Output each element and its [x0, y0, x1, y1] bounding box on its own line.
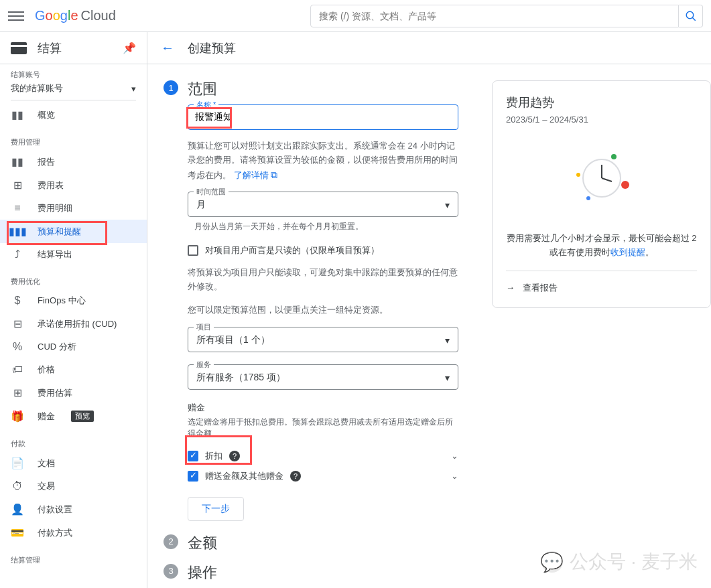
service-select[interactable]: 服务 所有服务（1785 项）▾ [188, 364, 458, 390]
discount-label: 折扣 [205, 450, 222, 462]
sidebar-item-付款方式[interactable]: 💳付款方式 [0, 521, 147, 544]
sidebar-item-label: 预算和提醒 [38, 226, 81, 238]
bars-icon: ▮▮ [11, 155, 24, 168]
page-header: ← 创建预算 [147, 32, 711, 64]
clock-icon [568, 145, 635, 212]
trend-card: 费用趋势 2023/5/1 – 2024/5/31 [492, 80, 711, 308]
step-1-number: 1 [164, 80, 178, 95]
person-icon: 👤 [11, 503, 24, 516]
sidebar-item-label: 承诺使用折扣 (CUD) [38, 318, 117, 330]
sidebar-item-预算和提醒[interactable]: ▮▮▮预算和提醒 [0, 220, 147, 243]
sidebar-item-CUD 分析[interactable]: %CUD 分析 [0, 336, 147, 358]
search-button[interactable] [679, 5, 703, 27]
sidebar-item-赠金[interactable]: 🎁赠金预览 [0, 405, 147, 428]
credits-label: 赠金 [188, 402, 458, 414]
scope-limit-desc: 您可以限定预算范围，以便重点关注一组特定资源。 [188, 303, 458, 317]
sidebar-item-label: 费用表 [38, 179, 64, 192]
sidebar-item-label: 费用估算 [38, 387, 72, 399]
chevron-down-icon: ▾ [445, 372, 450, 383]
commit-icon: ⊟ [11, 317, 24, 330]
sidebar-item-文档[interactable]: 📄文档 [0, 451, 147, 475]
svg-line-1 [692, 17, 696, 21]
chevron-down-icon: ▾ [131, 84, 136, 94]
sidebar-item-承诺使用折扣 (CUD)[interactable]: ⊟承诺使用折扣 (CUD) [0, 312, 147, 336]
other-credits-checkbox[interactable] [188, 471, 198, 482]
sidebar-item-结算导出[interactable]: ⤴结算导出 [0, 243, 147, 266]
back-arrow-icon[interactable]: ← [161, 40, 174, 56]
learn-more-link[interactable]: 了解详情 [234, 170, 269, 180]
project-select[interactable]: 项目 所有项目（1 个）▾ [188, 327, 458, 352]
doc-icon: 📄 [11, 457, 24, 469]
sidebar-item-报告[interactable]: ▮▮报告 [0, 150, 147, 173]
dollar-icon: $ [11, 295, 24, 307]
billing-icon [11, 42, 27, 54]
other-credits-label: 赠送金额及其他赠金 [205, 470, 283, 482]
sidebar-item-label: 概览 [38, 109, 55, 121]
sidebar-item-费用明细[interactable]: ≡费用明细 [0, 197, 147, 220]
step-1-title: 范围 [188, 79, 217, 99]
gift-icon: 🎁 [11, 410, 24, 423]
sidebar-item-交易[interactable]: ⏱交易 [0, 475, 147, 498]
sidebar-title: 结算 [38, 40, 123, 56]
logo[interactable]: Google Cloud [35, 8, 116, 23]
scope-description: 预算让您可以对照计划支出跟踪实际支出。系统通常会在 24 小时内记录您的费用。请… [188, 139, 458, 182]
next-button[interactable]: 下一步 [188, 497, 244, 521]
sidebar-item-label: 结算导出 [38, 248, 72, 261]
account-dropdown[interactable]: 我的结算账号 ▾ [11, 80, 136, 100]
nav-group-label: 结算管理 [0, 544, 147, 568]
arrow-right-icon: → [506, 283, 515, 293]
credits-desc: 选定赠金将用于抵扣总费用。预算会跟踪总费用减去所有适用选定赠金后所得金额 [188, 417, 458, 439]
expand-icon[interactable]: ⌄ [451, 451, 458, 461]
percent-icon: % [11, 341, 24, 353]
sidebar-item-概览[interactable]: ▮▮概览 [0, 103, 147, 127]
search-icon [685, 10, 697, 22]
step-2-title: 金额 [188, 533, 217, 553]
sidebar-item-付款设置[interactable]: 👤付款设置 [0, 498, 147, 521]
svg-point-5 [621, 181, 629, 189]
nav-group-label: 费用优化 [0, 266, 147, 289]
search-input[interactable] [310, 5, 679, 27]
step-2-number: 2 [164, 534, 178, 549]
help-icon[interactable]: ? [229, 451, 240, 461]
discount-checkbox[interactable] [188, 451, 198, 461]
export-icon: ⤴ [11, 248, 24, 261]
sidebar-item-label: CUD 分析 [38, 341, 76, 353]
pin-icon[interactable]: 📌 [123, 42, 136, 54]
time-range-helper: 月份从当月第一天开始，并在每个月月初重置。 [194, 221, 458, 232]
svg-line-4 [602, 178, 612, 181]
step-3-number: 3 [164, 564, 178, 579]
readonly-desc: 将预算设为项目用户只能读取，可避免对集中跟踪的重要预算的任何意外修改。 [188, 266, 458, 294]
nav-group-label: 付款 [0, 428, 147, 451]
external-link-icon: ⧉ [271, 169, 277, 180]
sidebar-item-FinOps 中心[interactable]: $FinOps 中心 [0, 289, 147, 312]
trend-range: 2023/5/1 – 2024/5/31 [506, 115, 697, 125]
view-report-link[interactable]: → 查看报告 [506, 271, 697, 294]
readonly-label: 对项目用户而言是只读的（仅限单项目预算） [205, 244, 379, 256]
svg-point-7 [576, 173, 580, 177]
trend-note: 费用需要过几个小时才会显示，最长可能会超过 2 或在有使用费时收到提醒。 [506, 232, 697, 260]
table-icon: ⊞ [11, 179, 24, 192]
chart-icon: ▮▮▮ [11, 225, 24, 238]
help-icon[interactable]: ? [290, 471, 301, 482]
list-icon: ≡ [11, 202, 24, 214]
time-range-select[interactable]: 时间范围 月▾ [188, 192, 458, 217]
sidebar-item-label: 费用明细 [38, 202, 72, 214]
chevron-down-icon: ▾ [445, 335, 450, 346]
readonly-checkbox[interactable] [188, 245, 198, 256]
nav-group-label: 费用管理 [0, 127, 147, 150]
sidebar-item-label: 付款设置 [38, 504, 72, 516]
sidebar-item-label: 报告 [38, 156, 55, 168]
sidebar-item-label: 价格 [38, 364, 55, 376]
sidebar-item-费用表[interactable]: ⊞费用表 [0, 173, 147, 197]
hamburger-icon[interactable] [8, 8, 24, 24]
sidebar-item-价格[interactable]: 🏷价格 [0, 358, 147, 381]
name-input[interactable] [195, 108, 451, 123]
name-field[interactable]: 名称 * [188, 104, 458, 130]
alert-link[interactable]: 收到提醒 [610, 247, 645, 257]
svg-point-6 [611, 154, 617, 159]
expand-icon[interactable]: ⌄ [451, 471, 458, 481]
preview-badge: 预览 [71, 411, 94, 422]
sidebar-item-label: 文档 [38, 457, 55, 469]
page-title: 创建预算 [188, 40, 236, 56]
sidebar-item-费用估算[interactable]: ⊞费用估算 [0, 381, 147, 405]
